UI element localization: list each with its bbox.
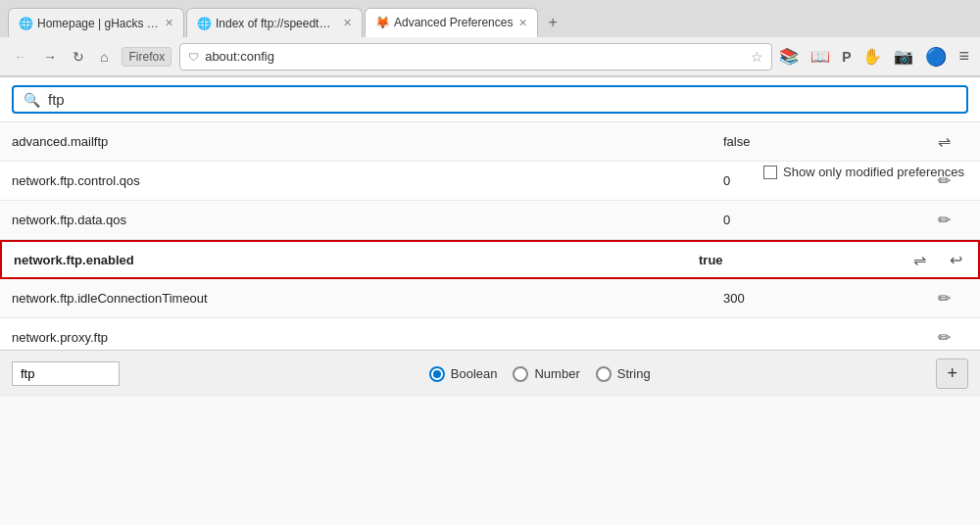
tab-ghacks-close[interactable]: ✕ (165, 17, 173, 29)
pref-action-6: ✏ (919, 324, 968, 351)
home-button[interactable]: ⌂ (94, 45, 114, 69)
tab-ftp[interactable]: 🌐 Index of ftp://speedtest.tele2.n... ✕ (186, 8, 363, 37)
firefox-icon: Firefox (118, 47, 175, 67)
reader-icon[interactable]: 📖 (808, 45, 833, 68)
tab-advanced-title: Advanced Preferences (394, 16, 513, 29)
show-modified-checkbox[interactable] (763, 166, 777, 179)
search-bar: 🔍 Show only modified preferences (0, 77, 980, 122)
bottom-bar: Boolean Number String + (0, 350, 980, 397)
pref-value-5: 300 (723, 291, 919, 306)
pref-name-5: network.ftp.idleConnectionTimeout (12, 291, 723, 306)
address-text: about:config (205, 49, 745, 64)
tab-ftp-close[interactable]: ✕ (343, 17, 352, 29)
tab-ghacks-title: Homepage | gHacks Technolo... (37, 17, 159, 30)
bookmarks-icon[interactable]: 📚 (776, 45, 802, 68)
tab-bar: 🌐 Homepage | gHacks Technolo... ✕ 🌐 Inde… (0, 0, 980, 37)
radio-number[interactable]: Number (513, 366, 579, 382)
radio-string[interactable]: String (596, 366, 651, 382)
radio-boolean-circle (429, 366, 445, 382)
pref-row-3: network.ftp.data.qos 0 ✏ (0, 201, 980, 240)
back-button[interactable]: ← (8, 45, 33, 69)
search-input[interactable] (48, 91, 956, 108)
firefox-label: Firefox (122, 47, 172, 67)
pref-value-4: true (699, 253, 895, 267)
pref-action-4: ⇌ (895, 247, 944, 273)
tab-ghacks-favicon: 🌐 (19, 17, 32, 30)
tab-ftp-favicon: 🌐 (197, 17, 211, 30)
radio-string-label: String (617, 366, 651, 381)
address-bar[interactable]: 🛡 about:config ☆ (179, 43, 772, 71)
pref-toggle-btn-1[interactable]: ⇌ (934, 128, 955, 155)
forward-button[interactable]: → (37, 45, 63, 69)
pref-name-4: network.ftp.enabled (14, 253, 699, 267)
new-tab-button[interactable]: + (540, 8, 564, 37)
main-content: 🔍 Show only modified preferences advance… (0, 77, 980, 397)
radio-boolean-label: Boolean (451, 366, 498, 381)
pref-action-3: ✏ (919, 207, 968, 233)
browser-chrome: 🌐 Homepage | gHacks Technolo... ✕ 🌐 Inde… (0, 0, 980, 77)
show-modified-label: Show only modified preferences (783, 165, 964, 179)
radio-number-label: Number (534, 366, 579, 381)
tab-advanced-close[interactable]: ✕ (518, 17, 527, 29)
search-input-wrapper: 🔍 (12, 85, 968, 114)
pref-row-1: advanced.mailftp false ⇌ (0, 122, 980, 162)
radio-boolean[interactable]: Boolean (429, 366, 498, 382)
show-modified-container: Show only modified preferences (763, 165, 964, 179)
pref-row-5: network.ftp.idleConnectionTimeout 300 ✏ (0, 279, 980, 318)
pref-value-1: false (723, 134, 919, 149)
pref-row-4: network.ftp.enabled true ⇌ ↩ (0, 240, 980, 279)
pref-name-3: network.ftp.data.qos (12, 213, 723, 227)
bookmark-star-icon[interactable]: ☆ (751, 49, 763, 65)
tab-advanced[interactable]: 🦊 Advanced Preferences ✕ (365, 8, 538, 37)
add-preference-button[interactable]: + (936, 358, 968, 389)
sync-icon[interactable]: 🔵 (922, 44, 950, 70)
screenshot-icon[interactable]: 📷 (891, 45, 916, 68)
pref-edit-btn-6[interactable]: ✏ (934, 324, 955, 351)
refresh-button[interactable]: ↻ (67, 45, 90, 69)
hand-icon[interactable]: ✋ (859, 45, 885, 68)
menu-icon[interactable]: ≡ (956, 44, 972, 69)
nav-bar: ← → ↻ ⌂ Firefox 🛡 about:config ☆ 📚 📖 P ✋… (0, 37, 980, 76)
tab-ghacks[interactable]: 🌐 Homepage | gHacks Technolo... ✕ (8, 8, 184, 37)
pref-action-5: ✏ (919, 285, 968, 311)
new-pref-name-input[interactable] (12, 361, 120, 386)
pref-edit-btn-3[interactable]: ✏ (934, 207, 955, 233)
radio-group: Boolean Number String (143, 366, 936, 382)
tab-ftp-title: Index of ftp://speedtest.tele2.n... (216, 17, 337, 30)
pref-toggle-btn-4[interactable]: ⇌ (909, 247, 930, 273)
pocket-icon[interactable]: P (839, 47, 854, 67)
radio-string-circle (596, 366, 612, 382)
pref-action-1: ⇌ (919, 128, 968, 155)
pref-name-2: network.ftp.control.qos (12, 173, 723, 188)
pref-name-1: advanced.mailftp (12, 134, 723, 149)
pref-name-6: network.proxy.ftp (12, 330, 723, 345)
nav-icons: 📚 📖 P ✋ 📷 🔵 ≡ (776, 44, 972, 70)
radio-number-circle (513, 366, 528, 382)
pref-value-3: 0 (723, 213, 919, 227)
pref-edit-btn-5[interactable]: ✏ (934, 285, 955, 311)
search-icon: 🔍 (24, 92, 40, 108)
pref-undo-btn-4[interactable]: ↩ (946, 247, 966, 273)
tab-advanced-favicon: 🦊 (375, 16, 389, 29)
